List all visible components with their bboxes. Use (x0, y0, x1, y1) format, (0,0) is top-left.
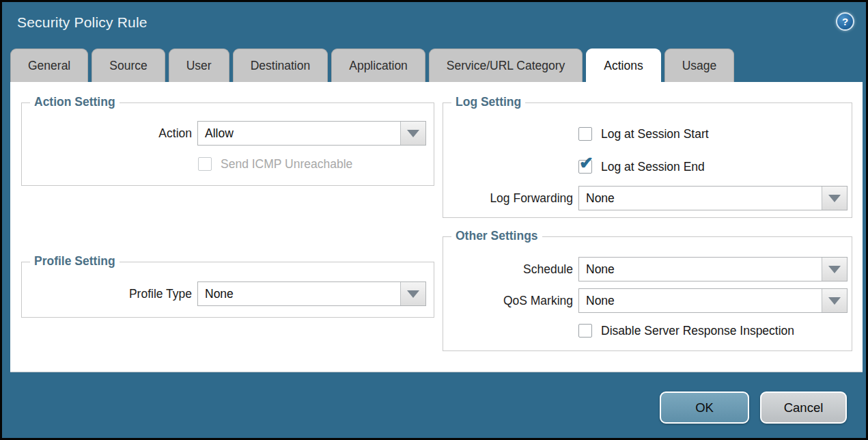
help-icon[interactable]: ? (836, 12, 854, 31)
tab-destination[interactable]: Destination (233, 49, 328, 82)
send-icmp-unreachable-checkbox: ✔ (198, 157, 212, 171)
cancel-button[interactable]: Cancel (760, 391, 847, 424)
dsri-checkbox[interactable]: ✔ (578, 324, 592, 338)
log-session-start-label: Log at Session Start (601, 127, 709, 141)
dsri-label: Disable Server Response Inspection (601, 324, 794, 338)
dialog-title: Security Policy Rule (17, 14, 148, 31)
chevron-down-icon (828, 195, 841, 202)
profile-setting-legend: Profile Setting (30, 254, 120, 269)
action-setting-group: Action Setting Action Allow ✔ Send ICMP … (21, 102, 434, 186)
qos-marking-dropdown[interactable]: None (578, 288, 848, 313)
schedule-dropdown-button[interactable] (822, 258, 847, 281)
schedule-label: Schedule (443, 257, 573, 281)
tab-source[interactable]: Source (92, 49, 165, 82)
profile-type-dropdown-button[interactable] (400, 282, 425, 305)
schedule-dropdown-value: None (579, 258, 822, 281)
tab-general[interactable]: General (10, 49, 88, 82)
send-icmp-unreachable-row: ✔ Send ICMP Unreachable (198, 156, 352, 171)
log-session-end-row: ✔ Log at Session End (578, 159, 705, 174)
log-session-start-checkbox[interactable]: ✔ (578, 127, 592, 141)
chevron-down-icon (407, 290, 419, 298)
tab-bar: General Source User Destination Applicat… (10, 49, 858, 82)
action-dropdown[interactable]: Allow (197, 121, 426, 146)
profile-type-dropdown[interactable]: None (197, 281, 426, 306)
log-setting-legend: Log Setting (451, 95, 525, 109)
qos-marking-label: QoS Marking (443, 288, 573, 313)
log-forwarding-label: Log Forwarding (443, 186, 573, 210)
action-dropdown-value: Allow (198, 122, 400, 145)
qos-marking-dropdown-button[interactable] (822, 289, 847, 312)
check-icon: ✔ (579, 154, 593, 171)
qos-marking-dropdown-value: None (579, 289, 822, 312)
tab-application[interactable]: Application (331, 49, 425, 82)
other-settings-group: Other Settings Schedule None QoS Marking… (443, 236, 852, 351)
profile-type-label: Profile Type (22, 281, 192, 306)
action-setting-legend: Action Setting (30, 95, 120, 109)
schedule-dropdown[interactable]: None (578, 257, 848, 281)
security-policy-rule-dialog: Security Policy Rule ? General Source Us… (0, 0, 868, 440)
log-forwarding-dropdown[interactable]: None (578, 186, 848, 210)
log-forwarding-dropdown-button[interactable] (822, 187, 847, 210)
log-session-end-checkbox[interactable]: ✔ (578, 160, 592, 174)
action-dropdown-button[interactable] (400, 122, 425, 145)
other-settings-legend: Other Settings (451, 229, 542, 243)
log-session-end-label: Log at Session End (601, 160, 705, 174)
dsri-row: ✔ Disable Server Response Inspection (578, 323, 794, 338)
tab-actions[interactable]: Actions (586, 49, 660, 82)
tab-content-panel: Action Setting Action Allow ✔ Send ICMP … (10, 82, 863, 372)
chevron-down-icon (828, 297, 841, 305)
tab-usage[interactable]: Usage (664, 49, 735, 82)
tab-service-url-category[interactable]: Service/URL Category (429, 49, 583, 82)
tab-user[interactable]: User (169, 49, 229, 82)
profile-setting-group: Profile Setting Profile Type None (21, 262, 434, 318)
chevron-down-icon (407, 130, 419, 137)
ok-button[interactable]: OK (660, 391, 749, 424)
send-icmp-unreachable-label: Send ICMP Unreachable (221, 157, 352, 171)
log-session-start-row: ✔ Log at Session Start (578, 126, 709, 141)
log-forwarding-dropdown-value: None (579, 187, 822, 210)
log-setting-group: Log Setting ✔ Log at Session Start ✔ Log… (443, 102, 852, 218)
chevron-down-icon (828, 266, 841, 273)
profile-type-dropdown-value: None (198, 282, 400, 305)
action-label: Action (22, 121, 192, 146)
